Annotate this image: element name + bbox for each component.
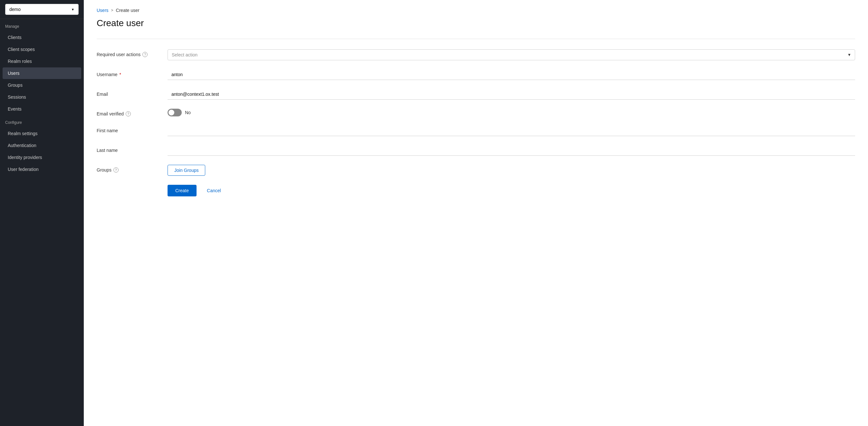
email-verified-toggle-label: No bbox=[185, 110, 191, 115]
email-verified-toggle[interactable] bbox=[167, 109, 182, 116]
required-user-actions-select[interactable]: Select action bbox=[167, 49, 855, 60]
sidebar-manage-section: Manage Clients Client scopes Realm roles… bbox=[0, 19, 84, 115]
first-name-input-col bbox=[167, 125, 855, 136]
required-user-actions-row: Required user actions ? Select action bbox=[97, 49, 855, 60]
required-user-actions-label: Required user actions bbox=[97, 52, 141, 57]
sidebar-section-label-configure: Configure bbox=[0, 115, 84, 127]
sidebar-section-label-manage: Manage bbox=[0, 19, 84, 31]
username-label-col: Username * bbox=[97, 69, 167, 77]
email-verified-toggle-thumb bbox=[168, 110, 174, 115]
breadcrumb-current: Create user bbox=[116, 8, 140, 13]
realm-selector[interactable]: demo ▼ bbox=[0, 0, 84, 19]
realm-dropdown[interactable]: demo ▼ bbox=[5, 4, 79, 15]
groups-input-col: Join Groups bbox=[167, 165, 855, 176]
sidebar-item-sessions[interactable]: Sessions bbox=[3, 91, 81, 103]
email-input[interactable] bbox=[167, 89, 855, 100]
last-name-label-col: Last name bbox=[97, 145, 167, 153]
email-verified-label-col: Email verified ? bbox=[97, 109, 167, 116]
first-name-label: First name bbox=[97, 128, 118, 133]
divider bbox=[97, 39, 855, 39]
breadcrumb-users-link[interactable]: Users bbox=[97, 8, 108, 13]
email-verified-row: Email verified ? No bbox=[97, 109, 855, 116]
groups-label-col: Groups ? bbox=[97, 165, 167, 173]
first-name-row: First name bbox=[97, 125, 855, 136]
create-button[interactable]: Create bbox=[167, 185, 196, 196]
breadcrumb: Users > Create user bbox=[97, 8, 855, 13]
sidebar-configure-section: Configure Realm settings Authentication … bbox=[0, 115, 84, 175]
groups-label: Groups bbox=[97, 167, 112, 173]
last-name-input[interactable] bbox=[167, 145, 855, 156]
groups-help-icon[interactable]: ? bbox=[114, 167, 119, 173]
username-input[interactable] bbox=[167, 69, 855, 80]
sidebar-item-clients[interactable]: Clients bbox=[3, 32, 81, 43]
sidebar-item-groups[interactable]: Groups bbox=[3, 79, 81, 91]
last-name-label: Last name bbox=[97, 148, 118, 153]
sidebar-item-client-scopes[interactable]: Client scopes bbox=[3, 44, 81, 55]
create-user-form: Required user actions ? Select action Us… bbox=[97, 49, 855, 196]
realm-name: demo bbox=[9, 7, 21, 12]
required-user-actions-label-col: Required user actions ? bbox=[97, 49, 167, 57]
realm-dropdown-arrow-icon: ▼ bbox=[71, 8, 74, 11]
sidebar-item-users[interactable]: Users bbox=[3, 67, 81, 79]
sidebar-item-user-federation[interactable]: User federation bbox=[3, 164, 81, 175]
email-label-col: Email bbox=[97, 89, 167, 97]
sidebar-item-authentication[interactable]: Authentication bbox=[3, 140, 81, 151]
email-verified-toggle-container: No bbox=[167, 109, 855, 116]
last-name-row: Last name bbox=[97, 145, 855, 156]
email-verified-input-col: No bbox=[167, 109, 855, 116]
page-title: Create user bbox=[97, 18, 855, 28]
email-verified-label: Email verified bbox=[97, 111, 124, 116]
sidebar: demo ▼ Manage Clients Client scopes Real… bbox=[0, 0, 84, 426]
form-actions: Create Cancel bbox=[97, 185, 855, 196]
username-required-star: * bbox=[120, 72, 121, 77]
email-row: Email bbox=[97, 89, 855, 100]
groups-row: Groups ? Join Groups bbox=[97, 165, 855, 176]
required-user-actions-select-wrapper: Select action bbox=[167, 49, 855, 60]
username-row: Username * bbox=[97, 69, 855, 80]
sidebar-item-realm-settings[interactable]: Realm settings bbox=[3, 128, 81, 139]
required-user-actions-help-icon[interactable]: ? bbox=[143, 52, 148, 57]
required-user-actions-input-col: Select action bbox=[167, 49, 855, 60]
sidebar-item-events[interactable]: Events bbox=[3, 103, 81, 115]
first-name-label-col: First name bbox=[97, 125, 167, 133]
first-name-input[interactable] bbox=[167, 125, 855, 136]
last-name-input-col bbox=[167, 145, 855, 156]
email-input-col bbox=[167, 89, 855, 100]
username-label: Username bbox=[97, 72, 118, 77]
email-label: Email bbox=[97, 92, 108, 97]
join-groups-button[interactable]: Join Groups bbox=[167, 165, 205, 176]
sidebar-item-realm-roles[interactable]: Realm roles bbox=[3, 55, 81, 67]
breadcrumb-separator: > bbox=[111, 8, 114, 12]
main-content: Users > Create user Create user Required… bbox=[84, 0, 868, 426]
email-verified-help-icon[interactable]: ? bbox=[126, 111, 131, 116]
username-input-col bbox=[167, 69, 855, 80]
cancel-button[interactable]: Cancel bbox=[202, 185, 226, 196]
sidebar-item-identity-providers[interactable]: Identity providers bbox=[3, 151, 81, 163]
